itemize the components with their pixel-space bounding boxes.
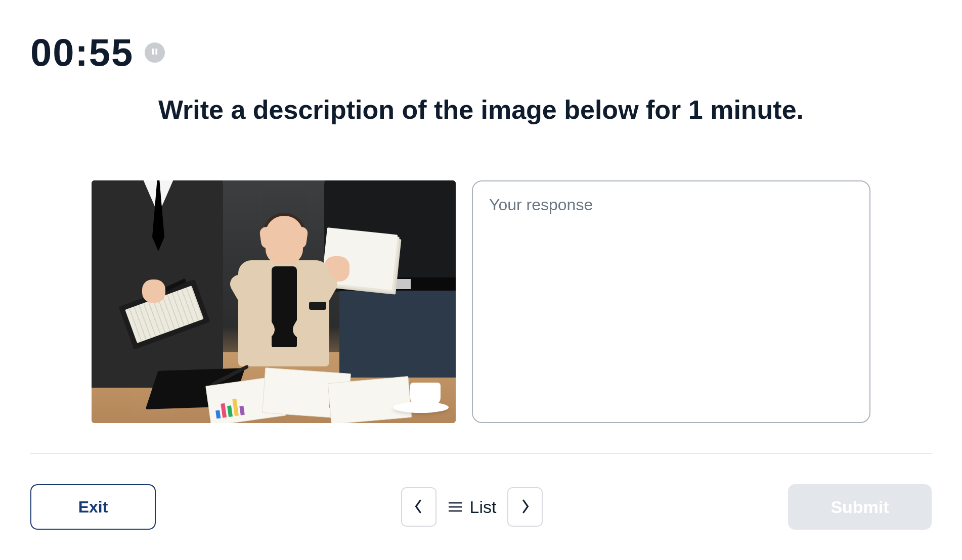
- response-textarea[interactable]: [472, 180, 870, 423]
- exit-button[interactable]: Exit: [30, 484, 156, 530]
- svg-rect-0: [152, 49, 154, 55]
- prompt-image: [92, 180, 456, 423]
- submit-button[interactable]: Submit: [788, 484, 932, 530]
- question-navigation: List: [401, 487, 543, 527]
- chevron-left-icon: [413, 498, 424, 517]
- prompt-text: Write a description of the image below f…: [76, 95, 886, 125]
- pause-icon: [151, 48, 159, 58]
- pause-button[interactable]: [145, 42, 165, 63]
- footer-divider: [30, 453, 932, 454]
- list-label: List: [470, 497, 497, 517]
- question-list-button[interactable]: List: [448, 497, 497, 517]
- prev-question-button[interactable]: [401, 487, 436, 527]
- svg-rect-1: [156, 49, 158, 55]
- next-question-button[interactable]: [507, 487, 543, 527]
- chevron-right-icon: [519, 498, 531, 517]
- countdown-timer: 00:55: [30, 30, 134, 74]
- list-icon: [448, 497, 463, 517]
